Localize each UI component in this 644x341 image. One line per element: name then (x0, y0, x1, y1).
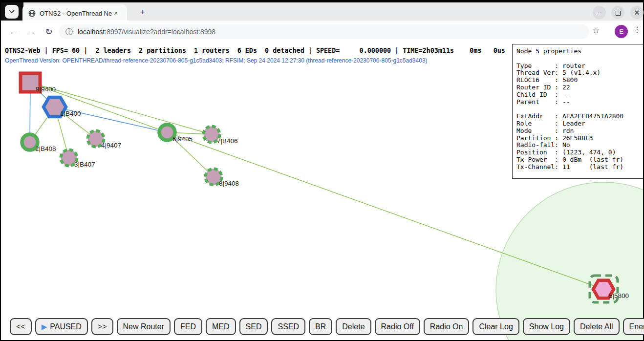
new-tab-button[interactable]: + (137, 6, 149, 18)
window-maximize-button[interactable] (611, 6, 624, 19)
tab-strip: OTNS2 - OpenThread Ne × + – ✕ (1, 1, 643, 21)
radio-on-button[interactable]: Radio On (424, 318, 470, 335)
url-text: localhost:8997/visualize?addr=localhost:… (78, 28, 215, 36)
node-label-8: 8|9408 (219, 180, 239, 187)
button-label: Radio Off (381, 322, 414, 331)
back-button[interactable]: ← (7, 25, 21, 39)
node-properties-text: Node 5 properties Type : router Thread V… (516, 48, 643, 171)
button-label: Radio On (430, 322, 463, 331)
globe-favicon-icon (28, 10, 36, 17)
url-path: :8997/visualize?addr=localhost:8998 (105, 28, 215, 36)
button-label: BR (315, 322, 326, 331)
browser-tab[interactable]: OTNS2 - OpenThread Ne × (22, 4, 127, 22)
node-label-5: 5|5800 (609, 292, 629, 299)
--button[interactable]: >> (91, 318, 113, 335)
sed-button[interactable]: SED (239, 318, 268, 335)
button-label: New Router (123, 322, 164, 331)
tab-title: OTNS2 - OpenThread Ne (40, 10, 112, 17)
profile-avatar[interactable]: E (615, 25, 628, 38)
tab-search-button[interactable] (5, 5, 19, 19)
ssed-button[interactable]: SSED (271, 318, 305, 335)
site-info-icon[interactable]: ⓘ (65, 27, 73, 37)
button-label: PAUSED (50, 322, 82, 331)
window-close-button[interactable]: ✕ (630, 6, 644, 19)
bookmark-star-icon[interactable]: ☆ (592, 25, 600, 36)
node-properties-panel: Node 5 properties Type : router Thread V… (512, 44, 643, 179)
tab-close-icon[interactable]: × (114, 10, 118, 17)
delete-button[interactable]: Delete (336, 318, 371, 335)
node-label-2: 2|B408 (35, 145, 56, 152)
button-label: Clear Log (479, 322, 513, 331)
node-label-3: 3|B407 (74, 161, 95, 168)
address-bar[interactable]: ⓘ localhost:8997/visualize?addr=localhos… (59, 24, 589, 39)
new-router-button[interactable]: New Router (117, 318, 171, 335)
button-label: Delete (342, 322, 365, 331)
clear-log-button[interactable]: Clear Log (472, 318, 519, 335)
button-label: FED (180, 322, 196, 331)
openthread-version-line: OpenThread Version: OPENTHREAD/thread-re… (5, 57, 428, 64)
button-label: >> (98, 322, 107, 331)
button-label: MED (212, 322, 230, 331)
otns-canvas: 9|94001|B4002|B4083|B4074|94076|94057|B4… (1, 43, 643, 340)
maximize-icon (616, 11, 621, 16)
button-label: Energy-stats (629, 322, 644, 331)
button-label: << (16, 322, 25, 331)
button-label: Show Log (529, 322, 564, 331)
reload-button[interactable]: ↻ (42, 25, 56, 39)
energy-stats-button[interactable]: Energy-stats↗ (623, 318, 644, 335)
window-minimize-button[interactable]: – (593, 6, 606, 19)
browser-window: OTNS2 - OpenThread Ne × + – ✕ ← → ↻ ⓘ lo… (0, 0, 644, 341)
node-label-4: 4|9407 (101, 142, 121, 149)
node-label-7: 7|B406 (217, 137, 238, 145)
browser-menu-icon[interactable]: ⋮ (633, 25, 641, 34)
paused-button[interactable]: ▶PAUSED (35, 318, 88, 335)
node-label-1: 1|B400 (60, 110, 81, 117)
simulation-status-bar: OTNS2-Web | FPS= 60 | 2 leaders 2 partit… (5, 47, 505, 54)
button-label: SSED (278, 322, 299, 331)
node-label-6: 6|9405 (172, 135, 193, 143)
med-button[interactable]: MED (206, 318, 236, 335)
browser-toolbar: ← → ↻ ⓘ localhost:8997/visualize?addr=lo… (1, 21, 643, 43)
button-label: SED (246, 322, 262, 331)
node-label-9: 9|9400 (36, 85, 56, 93)
fed-button[interactable]: FED (174, 318, 202, 335)
radio-off-button[interactable]: Radio Off (375, 318, 420, 335)
chevron-down-icon (9, 10, 15, 14)
button-label: Delete All (580, 322, 613, 331)
forward-button[interactable]: → (24, 25, 38, 39)
play-icon: ▶ (42, 322, 47, 331)
simulation-toolbar: <<▶PAUSED>>New RouterFEDMEDSEDSSEDBRDele… (10, 318, 644, 335)
radio-range-circle (496, 182, 643, 340)
delete-all-button[interactable]: Delete All (574, 318, 620, 335)
url-host: localhost (78, 28, 105, 36)
--button[interactable]: << (10, 318, 32, 335)
show-log-button[interactable]: Show Log (523, 318, 570, 335)
br-button[interactable]: BR (309, 318, 332, 335)
